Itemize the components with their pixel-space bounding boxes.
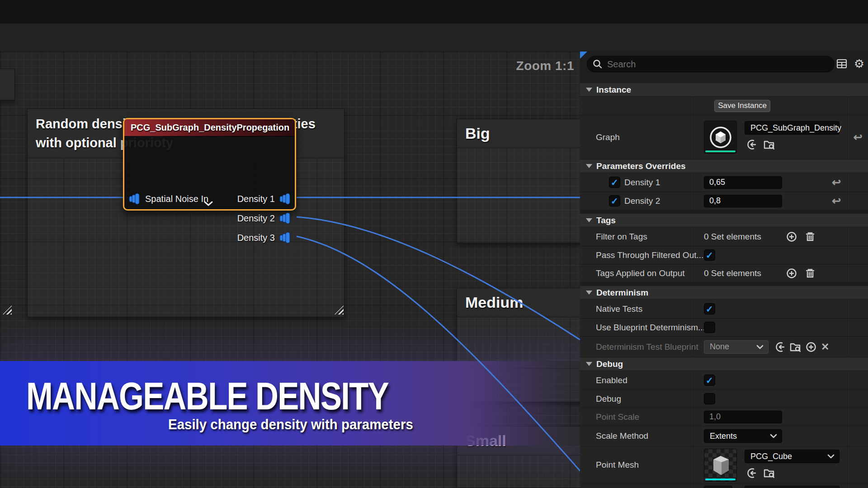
section-header-debug[interactable]: Debug (580, 357, 868, 371)
comment-title[interactable]: Medium (457, 288, 583, 317)
browse-to-asset-icon[interactable] (763, 139, 775, 150)
node-header[interactable]: PCG_SubGraph_DensityPropegation (124, 119, 295, 136)
dropdown-value: PCG_Cube (750, 452, 792, 461)
property-label: Point Mesh (596, 460, 639, 470)
output-pin-icon[interactable] (279, 232, 291, 244)
section-title: Tags (596, 216, 616, 225)
output-pin-icon[interactable] (279, 212, 291, 224)
input-pin-icon[interactable] (129, 193, 141, 205)
row-native-tests: Native Tests ✓ (580, 300, 868, 319)
banner-subtitle: Easily change density with parameters (168, 417, 413, 433)
clear-asset-icon[interactable]: ✕ (821, 341, 829, 353)
point-scale-input[interactable]: 1,0 (704, 411, 782, 423)
search-row: Search (580, 52, 868, 77)
browse-to-asset-icon[interactable] (789, 341, 801, 353)
collapse-triangle-icon (586, 291, 592, 295)
test-blueprint-dropdown[interactable]: None (704, 340, 769, 354)
row-determinism-test-blueprint: Determinism Test Blueprint None ✕ (580, 337, 868, 357)
use-selected-asset-icon[interactable] (745, 467, 756, 479)
promo-banner: MANAGEABLE DENSITY Easily change density… (0, 361, 580, 446)
gear-icon[interactable]: ⚙ (854, 58, 864, 70)
enabled-checkbox[interactable]: ✓ (704, 375, 715, 386)
input-value: 0,65 (709, 178, 725, 187)
comment-box-big[interactable]: Big (457, 119, 583, 243)
delete-elements-icon[interactable] (804, 231, 816, 243)
output-pin-icon[interactable] (279, 193, 291, 205)
use-selected-asset-icon[interactable] (745, 139, 756, 150)
section-header-tags[interactable]: Tags (580, 214, 868, 227)
blueprint-determinism-checkbox[interactable] (704, 322, 715, 333)
row-point-scale: Point Scale 1,0 (580, 408, 868, 426)
reset-to-default-icon[interactable]: ↩ (832, 176, 841, 189)
check-icon: ✓ (611, 178, 618, 187)
display-settings-icon[interactable] (836, 58, 848, 70)
reset-to-default-icon[interactable]: ↩ (853, 131, 862, 144)
search-input[interactable]: Search (587, 56, 835, 72)
section-title: Determinism (596, 288, 648, 298)
property-label: Point Scale (596, 412, 639, 422)
section-header-instance[interactable]: Instance (580, 83, 868, 97)
property-label: Graph (596, 132, 620, 142)
native-tests-checkbox[interactable]: ✓ (704, 303, 715, 314)
row-partial (580, 484, 868, 488)
chevron-down-icon (827, 454, 835, 459)
row-density-2: ✓ Density 2 0,8 ↩ (580, 192, 868, 210)
search-placeholder: Search (607, 59, 636, 70)
comment-title[interactable]: Big (457, 119, 583, 148)
reset-to-default-icon[interactable]: ↩ (832, 195, 841, 207)
property-label: Density 1 (624, 178, 660, 188)
row-pass-through: Pass Through Filtered Out... ✓ (580, 246, 868, 264)
pass-through-checkbox[interactable]: ✓ (704, 249, 715, 261)
debug-checkbox[interactable] (704, 393, 715, 404)
thumbnail-status-underline (705, 479, 736, 480)
add-element-icon[interactable] (786, 231, 797, 242)
use-selected-asset-icon[interactable] (773, 341, 785, 353)
row-scale-method: Scale Method Extents (580, 426, 868, 446)
add-element-icon[interactable] (786, 268, 797, 279)
override-checkbox[interactable]: ✓ (609, 177, 620, 188)
property-label: Enabled (596, 375, 627, 385)
mesh-thumbnail-cube (708, 452, 733, 478)
title-bar (0, 0, 868, 23)
check-icon: ✓ (611, 197, 618, 206)
density2-input[interactable]: 0,8 (704, 195, 782, 207)
density1-input[interactable]: 0,65 (704, 176, 782, 189)
output-pin-label: Density 1 (237, 194, 275, 204)
point-mesh-dropdown[interactable]: PCG_Cube (745, 450, 840, 463)
node-collapse-chevron-icon[interactable] (203, 201, 213, 206)
override-checkbox[interactable]: ✓ (609, 195, 620, 206)
input-value: 0,8 (709, 196, 721, 206)
row-debug: Debug (580, 390, 868, 408)
property-label: Native Tests (596, 304, 642, 314)
save-instance-button[interactable]: Save Instance (714, 100, 770, 112)
input-value: 1,0 (709, 412, 721, 422)
dropdown-value: PCG_SubGraph_Density (750, 123, 841, 133)
row-tags-applied: Tags Applied on Output 0 Set elements (580, 264, 868, 282)
section-header-parameters-overrides[interactable]: Parameters Overrides (580, 160, 868, 173)
add-new-asset-icon[interactable] (806, 342, 816, 352)
node-title: PCG_SubGraph_DensityPropegation (131, 122, 289, 133)
set-elements-count: 0 Set elements (704, 268, 761, 278)
property-label: Scale Method (596, 431, 648, 441)
collapse-triangle-icon (586, 362, 592, 366)
check-icon: ✓ (706, 251, 713, 260)
check-icon: ✓ (706, 376, 713, 385)
check-icon: ✓ (706, 305, 713, 314)
banner-title: MANAGEABLE DENSITY (26, 374, 388, 418)
comment-resize-handle[interactable] (3, 305, 12, 314)
scale-method-dropdown[interactable]: Extents (704, 429, 782, 443)
graph-asset-thumbnail[interactable] (704, 121, 737, 154)
dropdown-value: Extents (710, 432, 737, 441)
collapse-triangle-icon (586, 164, 592, 168)
row-graph: Graph PCG_SubGraph_Density (580, 115, 868, 160)
pcg-subgraph-node[interactable]: PCG_SubGraph_DensityPropegation Spatial … (123, 118, 296, 211)
section-header-determinism[interactable]: Determinism (580, 286, 868, 300)
point-mesh-thumbnail[interactable] (704, 449, 737, 482)
comment-box-partial[interactable] (0, 69, 15, 100)
property-label: Tags Applied on Output (596, 268, 684, 278)
details-panel: Search ⚙ Instance Save Instance Graph (580, 52, 868, 488)
property-label: Determinism Test Blueprint (596, 342, 698, 352)
graph-asset-dropdown[interactable]: PCG_SubGraph_Density (745, 121, 840, 135)
delete-elements-icon[interactable] (804, 267, 816, 279)
browse-to-asset-icon[interactable] (763, 467, 775, 479)
